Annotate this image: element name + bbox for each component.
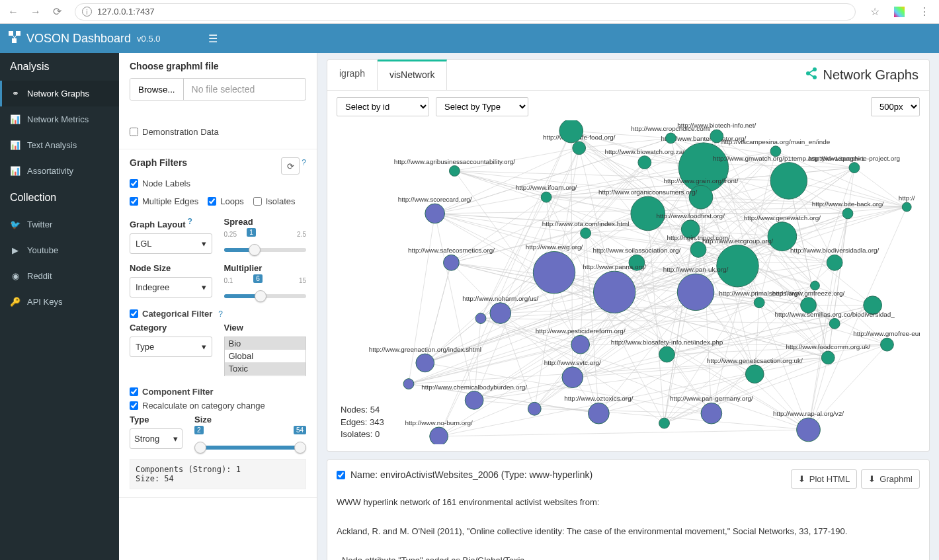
loops-checkbox[interactable]: Loops: [208, 196, 243, 206]
browse-button[interactable]: Browse...: [130, 79, 184, 100]
svg-point-268: [849, 163, 860, 173]
svg-text:http://www.no-burn.org/: http://www.no-burn.org/: [405, 419, 473, 426]
svg-point-262: [449, 166, 460, 177]
sidebar-item-text-analysis[interactable]: 📊Text Analysis: [0, 132, 119, 158]
select-by-id[interactable]: Select by id: [337, 97, 429, 116]
multiple-edges-checkbox[interactable]: Multiple Edges: [130, 196, 198, 206]
select-by-type[interactable]: Select by Type: [436, 97, 528, 116]
svg-text:http://www.cropchoice.com/: http://www.cropchoice.com/: [631, 125, 711, 132]
svg-text:http://www.biowatch.org.za/: http://www.biowatch.org.za/: [604, 148, 684, 155]
help-icon[interactable]: ?: [218, 309, 223, 319]
node-labels-checkbox[interactable]: Node Labels: [130, 179, 306, 188]
svg-line-3: [13, 36, 15, 38]
dataset-name-checkbox[interactable]: Name: enviroActivistWebsites_2006 (Type:…: [337, 469, 592, 480]
svg-text:http://www.semillas.org.co/bio: http://www.semillas.org.co/biodiversidad…: [775, 311, 895, 318]
url-bar[interactable]: i: [75, 3, 856, 20]
network-graph[interactable]: http://www.banterminator.org/http://www.…: [337, 120, 920, 444]
refresh-button[interactable]: ⟳: [281, 157, 300, 175]
dataset-description: WWW hyperlink network of 161 environment…: [337, 495, 920, 560]
svg-text:http://www.agribusinessaccount: http://www.agribusinessaccountability.or…: [394, 158, 515, 165]
svg-line-199: [501, 313, 573, 378]
svg-point-302: [677, 274, 714, 310]
svg-point-298: [533, 251, 575, 293]
svg-line-233: [481, 319, 835, 324]
categorical-filter-checkbox[interactable]: Categorical Filter?: [130, 309, 306, 319]
multiplier-slider[interactable]: 0.115 6: [224, 277, 307, 298]
svg-point-340: [475, 313, 486, 324]
tab-igraph[interactable]: igraph: [327, 60, 378, 90]
svg-point-333: [797, 418, 821, 442]
sidebar-item-twitter[interactable]: 🐦Twitter: [0, 212, 119, 237]
key-icon: 🔑: [10, 297, 20, 307]
svg-text:http://www.chemicalbodyburden.: http://www.chemicalbodyburden.org/: [421, 383, 527, 391]
app-logo: VOSON Dashboard v0.5.0: [0, 24, 196, 53]
more-icon[interactable]: ⋮: [915, 5, 934, 18]
demo-data-checkbox[interactable]: Demonstration Data: [130, 127, 306, 137]
help-icon[interactable]: ?: [302, 158, 306, 167]
svg-line-201: [435, 214, 474, 400]
svg-line-221: [439, 430, 809, 436]
reload-icon[interactable]: ⟳: [50, 5, 64, 18]
profile-icon[interactable]: [894, 7, 905, 17]
sidebar-item-api-keys[interactable]: 🔑API Keys: [0, 289, 119, 315]
sidebar-item-network-graphs[interactable]: ⚭Network Graphs: [0, 81, 119, 106]
svg-text:http://www.pan-uk.org/: http://www.pan-uk.org/: [663, 266, 729, 273]
sidebar-item-assortativity[interactable]: 📊Assortativity: [0, 158, 119, 184]
twitter-icon: 🐦: [10, 220, 20, 229]
graphml-button[interactable]: ⬇Graphml: [861, 469, 920, 489]
share-icon: ⚭: [10, 89, 20, 99]
logo-icon: [8, 30, 21, 47]
type-select[interactable]: Strong▾: [130, 428, 183, 449]
list-item[interactable]: Toxic: [225, 362, 306, 375]
component-filter-checkbox[interactable]: Component Filter: [130, 387, 306, 397]
list-item[interactable]: Bio: [225, 337, 306, 350]
svg-point-315: [659, 346, 675, 362]
isolates-checkbox[interactable]: Isolates: [253, 196, 296, 206]
svg-point-331: [701, 403, 722, 424]
menu-toggle-icon[interactable]: ☰: [196, 32, 229, 45]
size-slider[interactable]: 2 54: [194, 428, 306, 450]
download-icon: ⬇: [868, 474, 876, 484]
svg-text:http://www.geneticsaction.org.: http://www.geneticsaction.org.uk/: [707, 357, 803, 364]
svg-point-342: [528, 402, 541, 415]
sidebar-item-reddit[interactable]: ◉Reddit: [0, 263, 119, 289]
help-icon[interactable]: ?: [188, 217, 192, 226]
main-content: igraph visNetwork Network Graphs Select …: [317, 53, 939, 560]
svg-text:http://www.ota.com/index.html: http://www.ota.com/index.html: [542, 220, 630, 227]
svg-text:http://www.noharm.org/us/: http://www.noharm.org/us/: [462, 295, 538, 302]
list-item[interactable]: Global: [225, 350, 306, 362]
svg-text:http://www.genewatch.org/: http://www.genewatch.org/: [744, 214, 821, 221]
bookmark-star-icon[interactable]: ☆: [866, 5, 883, 18]
nodesize-select[interactable]: Indegree▾: [130, 277, 212, 298]
svg-rect-1: [16, 31, 20, 36]
svg-point-258: [665, 133, 676, 143]
forward-icon[interactable]: →: [28, 6, 44, 18]
svg-text:http://www.organicconsumers.or: http://www.organicconsumers.org/: [598, 188, 697, 196]
layout-select[interactable]: LGL▾: [130, 233, 212, 254]
view-listbox[interactable]: Bio Global Toxic: [224, 337, 307, 376]
tab-visnetwork[interactable]: visNetwork: [378, 60, 447, 90]
select-height[interactable]: 500px: [871, 97, 920, 116]
svg-text:http://www.foodfirst.org/: http://www.foodfirst.org/: [656, 212, 725, 220]
svg-point-327: [465, 391, 483, 410]
sidebar-item-youtube[interactable]: ▶Youtube: [0, 237, 119, 263]
spread-slider[interactable]: 0.252.5 1: [224, 231, 307, 252]
svg-text:http://www.gmofree-eur: http://www.gmofree-eur: [853, 330, 920, 337]
plot-html-button[interactable]: ⬇Plot HTML: [791, 469, 857, 489]
sidebar-section-analysis: Analysis: [0, 53, 119, 81]
svg-text:http://www.etcgroup.org/: http://www.etcgroup.org/: [702, 237, 773, 245]
svg-line-9: [809, 74, 813, 77]
sidebar-item-network-metrics[interactable]: 📊Network Metrics: [0, 106, 119, 132]
category-select[interactable]: Type▾: [130, 337, 212, 357]
svg-line-4: [15, 36, 16, 38]
reddit-icon: ◉: [10, 271, 20, 281]
svg-text:http://www.ifoam.org/: http://www.ifoam.org/: [516, 184, 577, 191]
back-icon[interactable]: ←: [5, 6, 21, 18]
svg-point-309: [829, 319, 840, 329]
url-input[interactable]: [97, 7, 848, 17]
recalculate-checkbox[interactable]: Recalculate on category change: [130, 401, 306, 411]
svg-rect-2: [12, 38, 17, 43]
svg-point-317: [821, 351, 835, 364]
app-version: v0.5.0: [137, 34, 160, 44]
svg-line-205: [586, 233, 599, 414]
